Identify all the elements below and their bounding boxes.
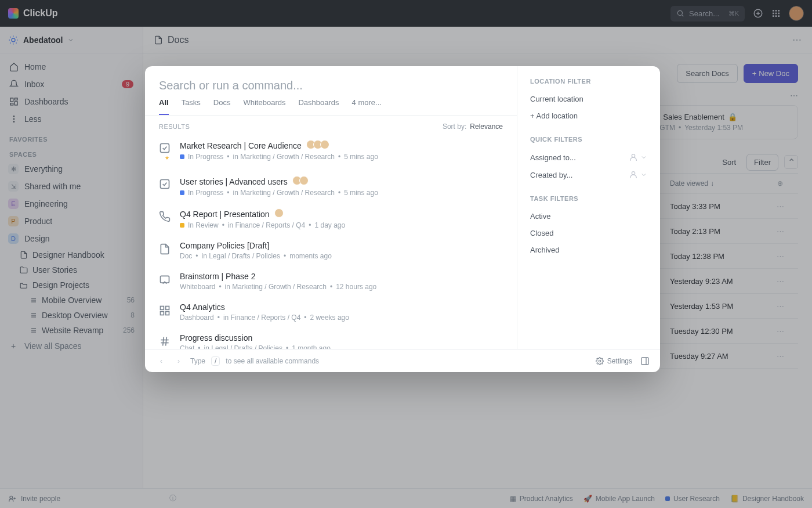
svg-line-44	[166, 337, 167, 346]
gear-icon	[596, 357, 604, 365]
user-icon	[629, 153, 638, 162]
svg-rect-34	[161, 144, 169, 153]
filter-created[interactable]: Created by...	[530, 166, 647, 183]
svg-rect-39	[161, 312, 164, 315]
nav-back-icon[interactable]: ‹	[155, 355, 167, 367]
chevron-down-icon	[640, 154, 647, 161]
svg-rect-40	[166, 312, 169, 315]
cmd-tab-4-more-[interactable]: 4 more...	[352, 98, 382, 115]
result-item[interactable]: Progress discussion Chat•in Legal / Draf…	[145, 327, 517, 349]
call-icon	[159, 208, 172, 229]
task-filter-active[interactable]: Active	[530, 208, 647, 225]
task-filter-archived[interactable]: Archived	[530, 242, 647, 258]
doc-icon	[159, 241, 172, 260]
user-icon	[629, 170, 638, 179]
hash-icon	[159, 333, 172, 349]
svg-rect-35	[161, 180, 169, 189]
task-filter-closed[interactable]: Closed	[530, 225, 647, 242]
cmd-tab-all[interactable]: All	[159, 98, 169, 115]
task-icon	[159, 176, 172, 197]
quick-filters-label: QUICK FILTERS	[530, 136, 647, 143]
sort-value[interactable]: Relevance	[470, 123, 503, 131]
result-item[interactable]: Q4 Report | Presentation In Review•in Fi…	[145, 203, 517, 235]
chevron-down-icon	[640, 171, 647, 178]
add-location[interactable]: + Add location	[530, 107, 647, 124]
dock-icon[interactable]	[640, 356, 650, 366]
result-item[interactable]: User stories | Advanced users In Progres…	[145, 170, 517, 203]
current-location[interactable]: Current location	[530, 91, 647, 107]
command-input[interactable]: Search or run a command...	[145, 66, 517, 98]
dashboard-icon	[159, 302, 172, 322]
svg-rect-48	[641, 358, 648, 365]
svg-line-43	[163, 337, 164, 346]
whiteboard-icon	[159, 272, 172, 291]
task-star-icon: ★	[159, 140, 172, 164]
svg-point-46	[632, 172, 635, 175]
result-item[interactable]: Brainstorm | Phase 2 Whiteboard•in Marke…	[145, 266, 517, 297]
command-palette: Search or run a command... AllTasksDocsW…	[145, 66, 660, 372]
results-label: RESULTS	[159, 123, 190, 130]
svg-rect-37	[161, 307, 164, 310]
task-filters-label: TASK FILTERS	[530, 195, 647, 202]
result-item[interactable]: Company Policies [Draft] Doc•in Legal / …	[145, 235, 517, 266]
cmd-tab-tasks[interactable]: Tasks	[182, 98, 201, 115]
location-filter-label: LOCATION FILTER	[530, 78, 647, 85]
result-item[interactable]: ★ Market Research | Core Audience In Pro…	[145, 134, 517, 170]
svg-point-47	[599, 360, 601, 362]
filter-assigned[interactable]: Assigned to...	[530, 149, 647, 166]
svg-point-45	[632, 154, 635, 157]
cmd-tab-dashboards[interactable]: Dashboards	[298, 98, 339, 115]
cmd-tab-docs[interactable]: Docs	[213, 98, 231, 115]
cmd-tab-whiteboards[interactable]: Whiteboards	[243, 98, 285, 115]
svg-rect-38	[166, 307, 169, 310]
command-settings[interactable]: Settings	[596, 357, 632, 365]
command-footer: ‹ › Type / to see all available commands…	[145, 349, 660, 372]
slash-key: /	[211, 356, 220, 366]
result-item[interactable]: Q4 Analytics Dashboard•in Finance / Repo…	[145, 297, 517, 327]
nav-forward-icon[interactable]: ›	[173, 355, 184, 367]
